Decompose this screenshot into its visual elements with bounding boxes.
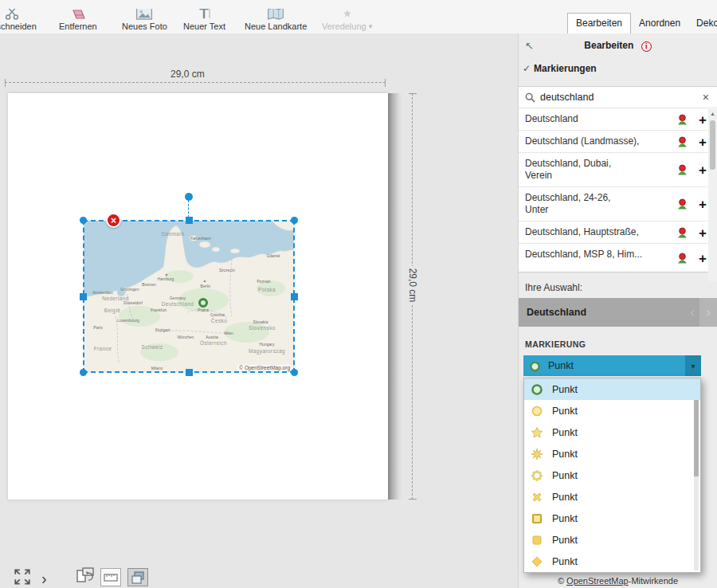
search-result-row[interactable]: Deutschland (Landmasse),+ bbox=[519, 131, 717, 153]
toolbar-item-neue-landkarte[interactable]: Neue Landkarte bbox=[245, 9, 307, 31]
map-place-label: Szczecin bbox=[219, 268, 235, 272]
result-line: Deutschland, MSP 8, Him... bbox=[525, 249, 672, 261]
add-marker-button[interactable]: + bbox=[699, 198, 707, 210]
map-place-label: België bbox=[104, 308, 120, 313]
map-place-label: Schweiz bbox=[141, 344, 163, 350]
clear-search-icon[interactable]: × bbox=[701, 91, 711, 104]
resize-handle-right[interactable] bbox=[291, 293, 298, 300]
burst-yellow-icon bbox=[531, 448, 543, 461]
map-place-label: Magyarország bbox=[249, 348, 285, 354]
result-text: Deutschland bbox=[525, 113, 672, 125]
layers-toggle-button[interactable] bbox=[127, 568, 148, 586]
next-page-button[interactable]: › bbox=[41, 570, 47, 586]
info-icon[interactable]: i bbox=[641, 41, 652, 52]
marker-option-burst-yellow[interactable]: Punkt bbox=[524, 443, 700, 465]
star-yellow-icon bbox=[531, 426, 543, 439]
add-marker-button[interactable]: + bbox=[699, 226, 707, 238]
marker-style-dropdown[interactable]: Punkt ▾ bbox=[523, 355, 701, 376]
map-pin-icon bbox=[676, 135, 688, 147]
markierung-heading: MARKIERUNG bbox=[525, 339, 717, 349]
add-marker-button[interactable]: + bbox=[699, 252, 707, 264]
marker-option-square-yellow[interactable]: Punkt bbox=[524, 529, 700, 551]
marker-option-dotted-circle-yellow[interactable]: Punkt bbox=[524, 465, 700, 486]
remove-cross-icon: × bbox=[111, 216, 116, 225]
marker-option-label: Punkt bbox=[552, 449, 578, 460]
ruler-toggle-button[interactable] bbox=[100, 568, 121, 586]
tab-dekorier[interactable]: Dekorier bbox=[688, 14, 717, 33]
resize-handle-bottom-right[interactable] bbox=[291, 369, 298, 376]
selection-label: Ihre Auswahl: bbox=[525, 282, 717, 293]
scroll-up-icon[interactable]: ▴ bbox=[708, 109, 717, 119]
map-place-label: Polska bbox=[258, 287, 276, 292]
selected-item-name: Deutschland bbox=[527, 307, 586, 318]
result-text: Deutschland (Landmasse), bbox=[525, 135, 672, 147]
dot-green-ring-icon bbox=[531, 383, 543, 396]
scrollbar-thumb[interactable] bbox=[710, 120, 715, 170]
horizontal-ruler-label: 29,0 cm bbox=[164, 69, 211, 80]
marker-option-label: Punkt bbox=[552, 535, 578, 546]
collapse-panel-icon[interactable]: ↖ bbox=[525, 40, 534, 52]
map-element[interactable]: DanmarkKøbenhavnGdańskSzczecinGroningenA… bbox=[84, 221, 294, 372]
orientation-button[interactable] bbox=[76, 566, 95, 586]
resize-handle-bottom-left[interactable] bbox=[80, 369, 87, 376]
toolbar-item-neues-foto[interactable]: Neues Foto bbox=[122, 9, 167, 31]
remove-element-button[interactable]: × bbox=[106, 213, 121, 228]
selected-item-bar: Deutschland ‹ › bbox=[519, 298, 717, 327]
toolbar-item-usschneiden[interactable]: usschneiden bbox=[0, 9, 37, 31]
horizontal-ruler bbox=[5, 82, 386, 83]
toolbar-item-label: Neue Landkarte bbox=[245, 22, 307, 31]
resize-handle-top[interactable] bbox=[186, 217, 193, 224]
osm-link[interactable]: OpenStreetMap bbox=[566, 576, 629, 586]
map-place-label: München bbox=[178, 335, 194, 339]
map-place-label: Berlin bbox=[201, 284, 211, 288]
marker-option-star-yellow[interactable]: Punkt bbox=[524, 421, 700, 443]
results-scrollbar[interactable]: ▴ bbox=[708, 109, 717, 281]
photo-icon bbox=[135, 9, 153, 20]
map-place-label: Deutschland bbox=[162, 301, 194, 307]
add-marker-button[interactable]: + bbox=[699, 113, 707, 125]
map-place-label: Amsterdam bbox=[92, 290, 113, 295]
search-result-row[interactable]: Deutschland, 24-26,Unter+ bbox=[519, 187, 717, 221]
marker-option-dot-yellow[interactable]: Punkt bbox=[524, 400, 700, 421]
add-marker-button[interactable]: + bbox=[699, 164, 707, 176]
toolbar-item-neuer-text[interactable]: Neuer Text bbox=[183, 9, 225, 31]
add-marker-button[interactable]: + bbox=[699, 135, 707, 147]
search-result-row[interactable]: Deutschland, MSP 8, Him...+ bbox=[519, 244, 717, 272]
tab-anordnen[interactable]: Anordnen bbox=[631, 14, 688, 33]
ruler-icon bbox=[104, 573, 118, 582]
map-place-label: Praha bbox=[198, 308, 208, 312]
search-box: × bbox=[519, 86, 717, 108]
resize-handle-top-right[interactable] bbox=[291, 217, 298, 224]
layers-icon bbox=[131, 571, 145, 584]
resize-handle-top-left[interactable] bbox=[80, 217, 87, 224]
search-result-row[interactable]: Deutschland, Dubai,Verein+ bbox=[519, 153, 717, 187]
marker-option-square-outline-yellow[interactable]: Punkt bbox=[524, 508, 700, 529]
marker-option-dot-green-ring[interactable]: Punkt bbox=[524, 378, 700, 400]
resize-handle-bottom[interactable] bbox=[186, 369, 193, 376]
result-line: Verein bbox=[525, 170, 672, 182]
map-labels: DanmarkKøbenhavnGdańskSzczecinGroningenA… bbox=[84, 221, 294, 372]
diamond-yellow-icon bbox=[531, 555, 543, 568]
search-result-row[interactable]: Deutschland, Hauptstraße,+ bbox=[519, 221, 717, 244]
prev-selection-icon[interactable]: ‹ bbox=[690, 304, 695, 320]
marker-option-cross-yellow[interactable]: Punkt bbox=[524, 486, 700, 508]
search-results: Deutschland+Deutschland (Landmasse),+Deu… bbox=[519, 108, 717, 272]
tab-bearbeiten[interactable]: Bearbeiten bbox=[567, 13, 631, 33]
rotation-handle[interactable] bbox=[185, 193, 193, 201]
dot-green-ring-icon bbox=[529, 360, 541, 372]
marker-option-diamond-yellow[interactable]: Punkt bbox=[524, 551, 700, 572]
result-line: Deutschland (Landmasse), bbox=[525, 135, 672, 147]
map-pin-icon bbox=[676, 198, 688, 210]
map-marker-punkt[interactable] bbox=[198, 298, 208, 308]
search-input[interactable] bbox=[540, 92, 701, 103]
search-result-row[interactable]: Deutschland+ bbox=[519, 108, 717, 131]
toolbar-item-veredelung[interactable]: Veredelung▾ bbox=[322, 9, 372, 31]
marker-option-label: Punkt bbox=[552, 470, 578, 481]
fullscreen-button[interactable] bbox=[13, 567, 32, 586]
editor-canvas: 29,0 cm 29,0 cm bbox=[0, 33, 518, 588]
toolbar-item-entfernen[interactable]: Entfernen bbox=[59, 9, 97, 31]
map-place-label: Austria bbox=[206, 335, 218, 339]
attribution-prefix: © bbox=[558, 576, 566, 586]
next-selection-icon[interactable]: › bbox=[699, 298, 717, 327]
resize-handle-left[interactable] bbox=[80, 293, 87, 300]
